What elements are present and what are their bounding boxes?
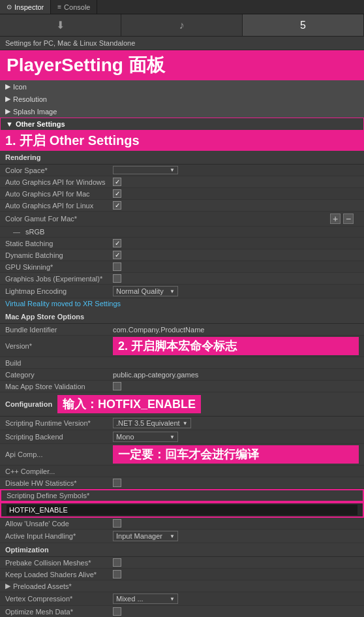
- rendering-section: Rendering: [0, 151, 364, 165]
- graphics-jobs-row: Graphics Jobs (Experimental)*: [0, 273, 364, 285]
- api-compat-row: Api Comp... 一定要：回车才会进行编译: [0, 444, 364, 466]
- keep-shaders-checkbox[interactable]: [113, 570, 121, 578]
- platform-tab-html5[interactable]: 5: [243, 14, 364, 36]
- gpu-skinning-row: GPU Skinning*: [0, 261, 364, 273]
- vr-link[interactable]: Virtual Reality moved to XR Settings: [0, 298, 364, 310]
- static-batching-checkbox[interactable]: [113, 239, 121, 247]
- version-row: Version* 2. 开启脚本宏命令标志: [0, 336, 364, 357]
- platform-tab-download[interactable]: ⬇: [0, 14, 121, 36]
- lightmap-dropdown[interactable]: Normal Quality ▼: [113, 286, 178, 296]
- remove-color-gamut-btn[interactable]: −: [343, 214, 354, 224]
- auto-graphics-linux-row: Auto Graphics API for Linux: [0, 200, 364, 212]
- color-gamut-row: Color Gamut For Mac* + −: [0, 212, 364, 227]
- allow-unsafe-row: Allow 'Unsafe' Code: [0, 518, 364, 530]
- active-input-dropdown[interactable]: Input Manager ▼: [113, 531, 178, 541]
- keep-shaders-row: Keep Loaded Shaders Alive*: [0, 569, 364, 580]
- auto-graphics-win-checkbox[interactable]: [113, 178, 121, 186]
- preloaded-assets-row: ▶ Preloaded Assets*: [0, 580, 364, 592]
- scripting-define-header-row: Scripting Define Symbols*: [0, 489, 364, 502]
- section-icon[interactable]: ▶ Icon: [0, 80, 364, 93]
- optimize-mesh-checkbox[interactable]: [113, 607, 121, 616]
- static-batching-row: Static Batching: [0, 238, 364, 249]
- lightmap-encoding-row: Lightmap Encoding Normal Quality ▼: [0, 285, 364, 298]
- scripting-backend-row: Scripting Backend Mono ▼: [0, 430, 364, 444]
- section-splash[interactable]: ▶ Splash Image: [0, 105, 364, 118]
- configuration-label: Configuration: [5, 400, 52, 408]
- optimization-section: Optimization: [0, 543, 364, 557]
- vertex-compression-dropdown[interactable]: Mixed ... ▼: [113, 593, 178, 604]
- auto-graphics-linux-checkbox[interactable]: [113, 201, 121, 210]
- annotation-step2: 2. 开启脚本宏命令标志: [113, 337, 359, 355]
- cpp-compiler-row: C++ Compiler...: [0, 466, 364, 477]
- scripting-backend-dropdown[interactable]: Mono ▼: [113, 432, 178, 442]
- console-icon: ≡: [57, 3, 61, 10]
- disable-hw-checkbox[interactable]: [113, 479, 121, 487]
- scripting-define-value-row[interactable]: [0, 502, 364, 518]
- prebake-checkbox[interactable]: [113, 558, 121, 567]
- settings-title: Settings for PC, Mac & Linux Standalone: [0, 37, 364, 50]
- build-row: Build: [0, 357, 364, 369]
- tab-bar: ⊙ Inspector ≡ Console: [0, 0, 364, 14]
- optimize-mesh-row: Optimize Mesh Data*: [0, 606, 364, 617]
- console-tab[interactable]: ≡ Console: [51, 0, 97, 14]
- annotation-step4: 一定要：回车才会进行编译: [113, 445, 359, 464]
- platform-tab-audio[interactable]: ♪: [121, 14, 243, 36]
- section-other-settings[interactable]: ▼ Other Settings: [0, 118, 364, 131]
- add-color-gamut-btn[interactable]: +: [330, 214, 341, 224]
- vertex-compression-row: Vertex Compression* Mixed ... ▼: [0, 592, 364, 606]
- dynamic-batching-checkbox[interactable]: [113, 251, 121, 259]
- validation-row: Mac App Store Validation: [0, 381, 364, 392]
- active-input-row: Active Input Handling* Input Manager ▼: [0, 530, 364, 543]
- srgb-row: — sRGB: [0, 227, 364, 238]
- inspector-tab[interactable]: ⊙ Inspector: [0, 0, 51, 14]
- section-resolution[interactable]: ▶ Resolution: [0, 93, 364, 105]
- bundle-id-row: Bundle Identifier com.Company.ProductNam…: [0, 324, 364, 336]
- auto-graphics-mac-checkbox[interactable]: [113, 189, 121, 198]
- prebake-row: Prebake Collision Meshes*: [0, 557, 364, 569]
- annotation-step3: 输入：HOTFIX_ENABLE: [57, 395, 201, 413]
- color-space-row: Color Space* ▼: [0, 165, 364, 176]
- scripting-runtime-dropdown[interactable]: .NET 3.5 Equivalent ▼: [113, 418, 191, 428]
- auto-graphics-mac-row: Auto Graphics API for Mac: [0, 188, 364, 200]
- category-row: Category public.app-category.games: [0, 369, 364, 381]
- allow-unsafe-checkbox[interactable]: [113, 519, 121, 528]
- color-space-dropdown[interactable]: ▼: [113, 166, 178, 174]
- validation-checkbox[interactable]: [113, 382, 121, 390]
- scripting-define-input[interactable]: [7, 505, 357, 515]
- auto-graphics-win-row: Auto Graphics API for Windows: [0, 176, 364, 188]
- inspector-icon: ⊙: [7, 3, 12, 10]
- graphics-jobs-checkbox[interactable]: [113, 274, 121, 283]
- dynamic-batching-row: Dynamic Batching: [0, 249, 364, 261]
- mac-app-store-section: Mac App Store Options: [0, 310, 364, 324]
- disable-hw-row: Disable HW Statistics*: [0, 477, 364, 489]
- gpu-skinning-checkbox[interactable]: [113, 262, 121, 271]
- annotation-step1: 1. 开启 Other Settings: [0, 131, 364, 151]
- platform-tabs: ⬇ ♪ 5: [0, 14, 364, 37]
- scripting-runtime-row: Scripting Runtime Version* .NET 3.5 Equi…: [0, 417, 364, 430]
- annotation-title: PlayerSetting 面板: [0, 50, 364, 80]
